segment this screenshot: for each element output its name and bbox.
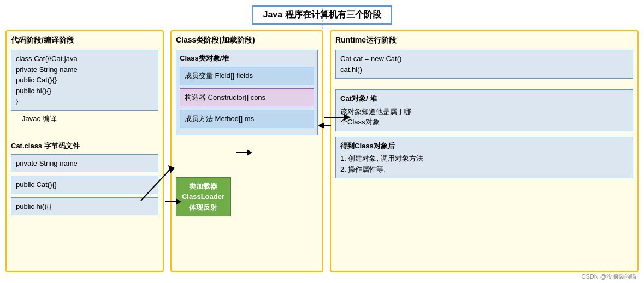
source-line-4: public hi(){} bbox=[16, 86, 153, 97]
after-class-item-2: 2. 操作属性等. bbox=[340, 164, 628, 175]
loader-line3: 体现反射 bbox=[181, 202, 226, 213]
bytecode-section: Cat.class 字节码文件 private String name publ… bbox=[11, 141, 158, 216]
source-code-box: class Cat{//Cat.java private String name… bbox=[11, 50, 158, 111]
col-left: 代码阶段/编译阶段 class Cat{//Cat.java private S… bbox=[5, 30, 164, 272]
col-mid-title: Class类阶段(加载阶段) bbox=[176, 35, 318, 45]
source-line-3: public Cat(){} bbox=[16, 75, 153, 86]
after-class-title: 得到Class对象后 bbox=[340, 141, 628, 152]
loader-line1: 类加载器 bbox=[181, 181, 226, 192]
source-line-5: } bbox=[16, 96, 153, 107]
bytecode-item-1: private String name bbox=[11, 154, 158, 173]
bytecode-item-3: public hi(){} bbox=[11, 197, 158, 216]
main-title: Java 程序在计算机有三个阶段 bbox=[252, 5, 392, 25]
bytecode-title: Cat.class 字节码文件 bbox=[11, 141, 158, 151]
main-container: Java 程序在计算机有三个阶段 代码阶段/编译阶段 class Cat{//C… bbox=[0, 0, 644, 283]
cat-heap-box: Cat对象/ 堆 该对象知道他是属于哪个Class对象 bbox=[335, 89, 633, 131]
after-class-item-1: 1. 创建对象, 调用对象方法 bbox=[340, 153, 628, 164]
col-left-title: 代码阶段/编译阶段 bbox=[11, 35, 158, 45]
javac-label: Javac 编译 bbox=[22, 114, 158, 124]
source-line-2: private String name bbox=[16, 64, 153, 75]
col-mid: Class类阶段(加载阶段) Class类对象/堆 成员变量 Field[] f… bbox=[170, 30, 323, 272]
methods-box: 成员方法 Method[] ms bbox=[180, 110, 314, 128]
class-stage-inner: Class类对象/堆 成员变量 Field[] fields 构造器 Const… bbox=[176, 50, 318, 135]
after-class-box: 得到Class对象后 1. 创建对象, 调用对象方法 2. 操作属性等. bbox=[335, 137, 633, 179]
loader-line2: ClassLoader bbox=[181, 191, 226, 202]
classloader-box: 类加载器 ClassLoader 体现反射 bbox=[176, 177, 231, 217]
constructors-box: 构造器 Constructor[] cons bbox=[180, 88, 314, 107]
runtime-code-box: Cat cat = new Cat() cat.hi() bbox=[335, 50, 633, 79]
fields-box: 成员变量 Field[] fields bbox=[180, 67, 314, 85]
col-right: Runtime运行阶段 Cat cat = new Cat() cat.hi()… bbox=[330, 30, 639, 272]
footer-text: CSDN @没脑袋的喵 bbox=[582, 273, 636, 281]
col-right-title: Runtime运行阶段 bbox=[335, 35, 633, 45]
heap-desc: 该对象知道他是属于哪个Class对象 bbox=[340, 106, 628, 128]
source-line-1: class Cat{//Cat.java bbox=[16, 53, 153, 64]
heap-title: Cat对象/ 堆 bbox=[340, 93, 628, 104]
columns: 代码阶段/编译阶段 class Cat{//Cat.java private S… bbox=[5, 30, 639, 272]
class-obj-title: Class类对象/堆 bbox=[180, 53, 314, 63]
bytecode-item-2: public Cat(){} bbox=[11, 176, 158, 194]
